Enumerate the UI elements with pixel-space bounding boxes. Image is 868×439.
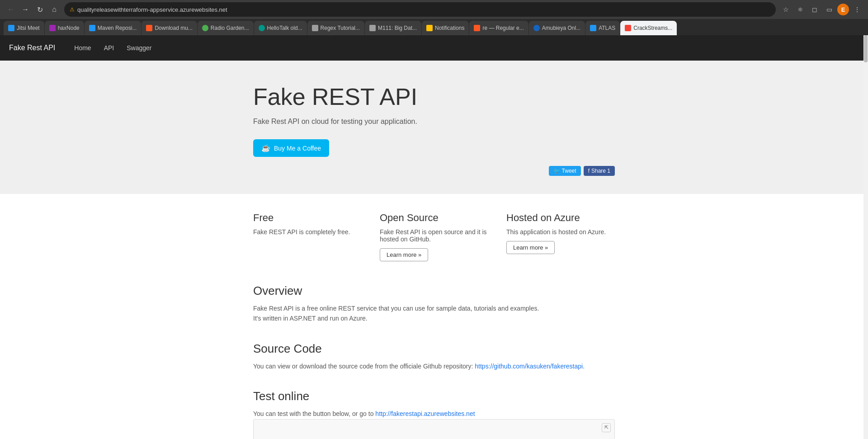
overview-text1: Fake Rest API is a free online REST serv… <box>253 303 615 313</box>
tab-label-atlas: ATLAS <box>599 25 615 31</box>
tweet-button[interactable]: 🐦 Tweet <box>549 166 581 176</box>
tab-label-maven: Maven Reposi... <box>98 25 137 31</box>
scrollbar[interactable] <box>863 35 868 439</box>
feature-azure: Hosted on Azure This application is host… <box>506 212 615 261</box>
nav-buttons: ← → ↻ ⌂ <box>5 3 61 16</box>
address-bar[interactable]: ⚠ qualityreleasewithterraform-appservice… <box>64 2 776 17</box>
bmc-button[interactable]: ☕ Buy Me a Coffee <box>253 139 329 157</box>
browser-chrome: ← → ↻ ⌂ ⚠ qualityreleasewithterraform-ap… <box>0 0 868 35</box>
site-navbar: Fake Rest API Home API Swagger <box>0 35 868 61</box>
share-button[interactable]: f Share 1 <box>584 166 615 176</box>
tab-crackstreams[interactable]: CrackStreams... <box>620 21 677 35</box>
address-text: qualityreleasewithterraform-appservice.a… <box>77 6 770 13</box>
overview-title: Overview <box>253 284 615 298</box>
tab-favicon-jitsi <box>8 25 14 31</box>
tab-maven[interactable]: Maven Reposi... <box>85 21 142 35</box>
tab-re[interactable]: re — Regular e... <box>469 21 528 35</box>
tab-search-button[interactable]: ◻ <box>808 3 821 16</box>
tab-favicon-re <box>474 25 480 31</box>
tab-favicon-crackstreams <box>625 25 631 31</box>
tab-favicon-regex <box>312 25 318 31</box>
nav-link-swagger[interactable]: Swagger <box>121 41 157 55</box>
tab-m111[interactable]: M111: Big Dat... <box>365 21 421 35</box>
tab-favicon-notifications <box>426 25 433 31</box>
forward-button[interactable]: → <box>19 3 32 16</box>
tab-haxnode[interactable]: haxNode <box>45 21 84 35</box>
profile-button[interactable]: E <box>837 4 849 15</box>
tabs-bar: Jitsi Meet haxNode Maven Reposi... Downl… <box>0 19 868 35</box>
tab-notifications[interactable]: Notifications <box>422 21 469 35</box>
test-online-text: You can test with the button below, or g… <box>253 409 615 419</box>
page-content: Fake Rest API Home API Swagger Fake REST… <box>0 35 868 439</box>
tab-regex[interactable]: Regex Tutorial... <box>307 21 364 35</box>
extensions-button[interactable]: ⚛ <box>794 3 807 16</box>
feature-azure-desc: This application is hosted on Azure. <box>506 228 615 236</box>
source-code-link[interactable]: https://github.com/kasuken/fakerestapi <box>475 363 583 370</box>
social-buttons: 🐦 Tweet f Share 1 <box>253 166 615 176</box>
hero-subtitle: Fake Rest API on cloud for testing your … <box>253 118 615 126</box>
hero-title: Fake REST API <box>253 83 615 110</box>
tab-label-crackstreams: CrackStreams... <box>633 25 672 31</box>
hero-inner: Fake REST API Fake Rest API on cloud for… <box>226 83 642 176</box>
tab-favicon-haxnode <box>49 25 56 31</box>
source-code-text-before: You can view or download the source code… <box>253 363 475 370</box>
tab-favicon-maven <box>89 25 95 31</box>
coffee-icon: ☕ <box>261 144 270 152</box>
nav-link-api[interactable]: API <box>99 41 120 55</box>
tab-label-m111: M111: Big Dat... <box>378 25 417 31</box>
overview-text2: It's written in ASP.NET and run on Azure… <box>253 313 615 323</box>
tab-amubieya[interactable]: Amubieya Onl... <box>529 21 585 35</box>
back-button[interactable]: ← <box>5 3 17 16</box>
source-code-text-after: . <box>583 363 585 370</box>
tab-label-regex: Regex Tutorial... <box>321 25 360 31</box>
tab-favicon-atlas <box>590 25 596 31</box>
hero-section: Fake REST API Fake Rest API on cloud for… <box>0 61 868 194</box>
home-button[interactable]: ⌂ <box>48 3 61 16</box>
feature-azure-title: Hosted on Azure <box>506 212 615 224</box>
browser-toolbar: ← → ↻ ⌂ ⚠ qualityreleasewithterraform-ap… <box>0 0 868 19</box>
code-expand-button[interactable]: ⇱ <box>602 423 611 432</box>
source-code-title: Source Code <box>253 342 615 356</box>
source-code-section: Source Code You can view or download the… <box>253 342 615 371</box>
tab-label-hellotalk: HelloTalk old... <box>267 25 302 31</box>
site-nav-links: Home API Swagger <box>69 41 157 55</box>
cast-button[interactable]: ▭ <box>823 3 835 16</box>
security-icon: ⚠ <box>70 6 75 13</box>
features-row: Free Fake REST API is completely free. O… <box>253 212 615 261</box>
tab-favicon-download <box>146 25 152 31</box>
tab-atlas[interactable]: ATLAS <box>585 21 620 35</box>
tweet-label: Tweet <box>562 168 576 174</box>
code-block: ⇱ var root = 'http://fakerestapi.azurewe… <box>253 419 615 439</box>
reload-button[interactable]: ↻ <box>33 3 46 16</box>
test-online-section: Test online You can test with the button… <box>253 389 615 439</box>
tab-download[interactable]: Download mu... <box>142 21 197 35</box>
tab-favicon-hellotalk <box>259 25 265 31</box>
test-online-link[interactable]: http://fakerestapi.azurewebsites.net <box>375 410 475 417</box>
menu-button[interactable]: ⋮ <box>851 3 863 16</box>
source-code-text: You can view or download the source code… <box>253 361 615 371</box>
bmc-label: Buy Me a Coffee <box>274 145 321 152</box>
learn-more-opensource-button[interactable]: Learn more » <box>380 248 428 261</box>
twitter-icon: 🐦 <box>553 168 560 174</box>
tab-favicon-amubieya <box>533 25 540 31</box>
tab-label-haxnode: haxNode <box>58 25 80 31</box>
tab-radio[interactable]: Radio Garden... <box>198 21 254 35</box>
tab-label-jitsi: Jitsi Meet <box>17 25 40 31</box>
tab-hellotalk[interactable]: HelloTalk old... <box>254 21 307 35</box>
feature-opensource-desc: Fake Rest API is open source and it is h… <box>380 228 488 243</box>
main-content: Free Fake REST API is completely free. O… <box>226 194 642 439</box>
site-brand: Fake Rest API <box>9 44 55 52</box>
scrollbar-thumb[interactable] <box>864 35 868 62</box>
tab-favicon-radio <box>202 25 208 31</box>
feature-free-title: Free <box>253 212 362 224</box>
tab-jitsi[interactable]: Jitsi Meet <box>4 21 44 35</box>
test-online-title: Test online <box>253 389 615 403</box>
bookmark-button[interactable]: ☆ <box>779 3 792 16</box>
tab-label-download: Download mu... <box>155 25 192 31</box>
toolbar-actions: ☆ ⚛ ◻ ▭ E ⋮ <box>779 3 863 16</box>
learn-more-azure-button[interactable]: Learn more » <box>506 241 555 254</box>
feature-opensource-title: Open Source <box>380 212 488 224</box>
facebook-icon: f <box>588 168 590 174</box>
nav-link-home[interactable]: Home <box>69 41 96 55</box>
tab-label-notifications: Notifications <box>435 25 464 31</box>
